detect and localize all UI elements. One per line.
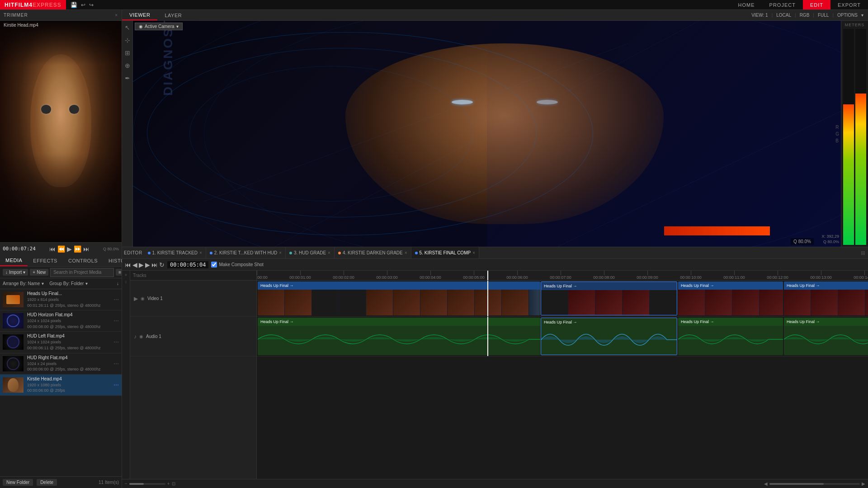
zoom-tool[interactable]: ⊕ [123, 61, 132, 70]
media-meta1-3: 1024 x 24 pixels [27, 361, 110, 367]
media-item-3[interactable]: HUD Right Flat.mp4 1024 x 24 pixels 00:0… [0, 353, 122, 375]
import-button[interactable]: ↓ Import ▾ [3, 269, 28, 276]
audio-mute-button[interactable]: ◉ [139, 334, 143, 339]
tab-media[interactable]: MEDIA [0, 255, 28, 266]
new-button[interactable]: + New [30, 269, 48, 276]
media-item-1[interactable]: HUD Horizon Flat.mp4 1024 x 1024 pixels … [0, 310, 122, 332]
composite-checkbox[interactable] [211, 262, 217, 267]
step-back-button[interactable]: ⏪ [57, 245, 65, 253]
channel-r[interactable]: R [835, 125, 839, 130]
meter-bar-left [843, 29, 854, 245]
video-mute-button[interactable]: ◉ [141, 296, 145, 301]
comp-tab-2[interactable]: 3. HUD GRADE × [286, 247, 335, 258]
play-button[interactable]: ▶ [67, 245, 72, 253]
new-folder-button[interactable]: New Folder [3, 479, 33, 486]
nav-edit[interactable]: EDIT [803, 0, 830, 9]
thumb-cell-2-2 [732, 290, 760, 315]
footer-fit[interactable]: ⊡ [172, 481, 175, 486]
tl-add-track-icon[interactable]: + [125, 272, 127, 277]
thumb-img-0 [6, 295, 20, 304]
nav-export[interactable]: EXPORT [830, 0, 868, 9]
view-number-option[interactable]: VIEW: 1 [751, 13, 768, 18]
comp-tab-1[interactable]: 2. KIRSTIE T...KED WITH HUD × [206, 247, 286, 258]
close-tab-2[interactable]: × [328, 250, 330, 255]
audio-clip-2[interactable]: Heads Up Final → [678, 318, 783, 355]
transform-tool[interactable]: ⊹ [123, 35, 132, 45]
audio-track-name: Audio 1 [146, 334, 161, 339]
audio-clip-0[interactable]: Heads Up Final → [258, 318, 540, 355]
pen-tool[interactable]: ✒ [123, 73, 132, 83]
tl-go-end[interactable]: ⏭ [151, 261, 158, 268]
video-clip-2[interactable]: Heads Up Final → [678, 282, 783, 315]
move-tool[interactable]: ↖ [123, 23, 132, 33]
media-list: Heads Up Final... 1920 x 814 pixels 00:0… [0, 289, 122, 476]
item-count: 11 Item(s) [99, 480, 119, 485]
delete-button[interactable]: Delete [37, 479, 57, 486]
close-tab-0[interactable]: × [199, 250, 202, 255]
local-option[interactable]: LOCAL [776, 13, 791, 18]
save-icon[interactable]: 💾 [71, 2, 77, 8]
tl-step-back[interactable]: ◀ [132, 261, 137, 268]
close-tab-1[interactable]: × [279, 250, 282, 255]
video-clip-3[interactable]: Heads Up Final → [784, 282, 868, 315]
rgb-option[interactable]: RGB [800, 13, 810, 18]
media-item-4[interactable]: Kirstie Head.mp4 868 x 488 pixels 00:0… [0, 375, 122, 396]
footer-scroll-right[interactable]: ▶ [862, 481, 865, 486]
thumb-cell-3-1 [811, 290, 838, 315]
tab-layer[interactable]: LAYER [157, 10, 189, 20]
options-option[interactable]: OPTIONS [837, 13, 858, 18]
trimmer-close-icon[interactable]: × [115, 13, 118, 18]
comp-tab-0[interactable]: 1. KIRSTIE TRACKED × [144, 247, 206, 258]
media-item-more-4[interactable]: ⋯ [113, 382, 119, 388]
audio-clip-3[interactable]: Heads Up Final → [784, 318, 868, 355]
media-name-1: HUD Horizon Flat.mp4 [27, 312, 110, 317]
comp-tab-4[interactable]: 5. KIRSTIE FINAL COMP × [411, 247, 479, 258]
go-start-button[interactable]: ⏮ [49, 245, 56, 253]
video-clip-0[interactable]: Heads Up Final → [258, 282, 540, 315]
audio-clip-1[interactable]: Heads Up Final → [541, 318, 677, 355]
tl-go-start[interactable]: ⏮ [125, 261, 131, 268]
timeline-area: EDITOR 1. KIRSTIE TRACKED × 2. KIRSTIE T… [122, 247, 868, 488]
active-camera-button[interactable]: ◉ Active Camera ▾ [135, 23, 183, 30]
crop-tool[interactable]: ⊞ [123, 48, 132, 58]
media-item-more-2[interactable]: ⋯ [113, 339, 119, 345]
comp-tab-3[interactable]: 4. KIRSTIE DARKEN GRADE × [335, 247, 411, 258]
tab-viewer[interactable]: VIEWER [122, 10, 157, 20]
undo-icon[interactable]: ↩ [81, 2, 85, 8]
search-input[interactable] [50, 268, 114, 277]
tab-effects[interactable]: EFFECTS [28, 255, 63, 266]
logo-express: EXPRESS [33, 2, 61, 8]
timeline-ruler: 00:00:00:00 00:00:01:00 00:00:02:00 00:0… [257, 271, 868, 281]
playhead[interactable] [487, 271, 488, 280]
close-tab-4[interactable]: × [472, 250, 475, 255]
step-forward-button[interactable]: ⏩ [74, 245, 81, 253]
footer-zoom-in[interactable]: + [167, 481, 170, 486]
eye-right [69, 105, 79, 114]
tick-0 [257, 271, 257, 275]
channel-b[interactable]: B [835, 138, 839, 143]
go-end-button[interactable]: ⏭ [83, 245, 90, 253]
nav-home[interactable]: HOME [731, 0, 762, 9]
tl-play[interactable]: ▶ [139, 261, 144, 268]
footer-scroll-left[interactable]: ◀ [764, 481, 768, 486]
tab-controls[interactable]: CONTROLS [63, 255, 103, 266]
video-track-name: Video 1 [147, 296, 163, 301]
media-item-more-0[interactable]: ⋯ [113, 296, 119, 303]
label-3: 00:00:03:00 [376, 275, 398, 280]
media-item-more-1[interactable]: ⋯ [113, 318, 119, 324]
footer-zoom-out[interactable]: − [125, 481, 127, 486]
media-item-more-3[interactable]: ⋯ [113, 361, 119, 367]
media-item-2[interactable]: HUD Left Flat.mp4 1024 x 1024 pixels 00:… [0, 332, 122, 353]
tab-expand-icon[interactable]: ⊞ [858, 250, 868, 256]
tl-step-fwd[interactable]: ▶ [145, 261, 150, 268]
channel-g[interactable]: G [835, 131, 839, 136]
tl-expand-icon[interactable]: ↕ [125, 279, 127, 284]
tl-loop[interactable]: ↻ [159, 261, 165, 268]
close-tab-3[interactable]: × [405, 250, 407, 255]
full-option[interactable]: FULL [818, 13, 829, 18]
video-clip-1[interactable]: Heads Up Final → [541, 282, 677, 315]
redo-icon[interactable]: ↪ [89, 2, 94, 8]
nav-project[interactable]: PROJECT [762, 0, 803, 9]
media-item-0[interactable]: Heads Up Final... 1920 x 814 pixels 00:0… [0, 289, 122, 310]
import-icon: ↓ [5, 270, 8, 275]
